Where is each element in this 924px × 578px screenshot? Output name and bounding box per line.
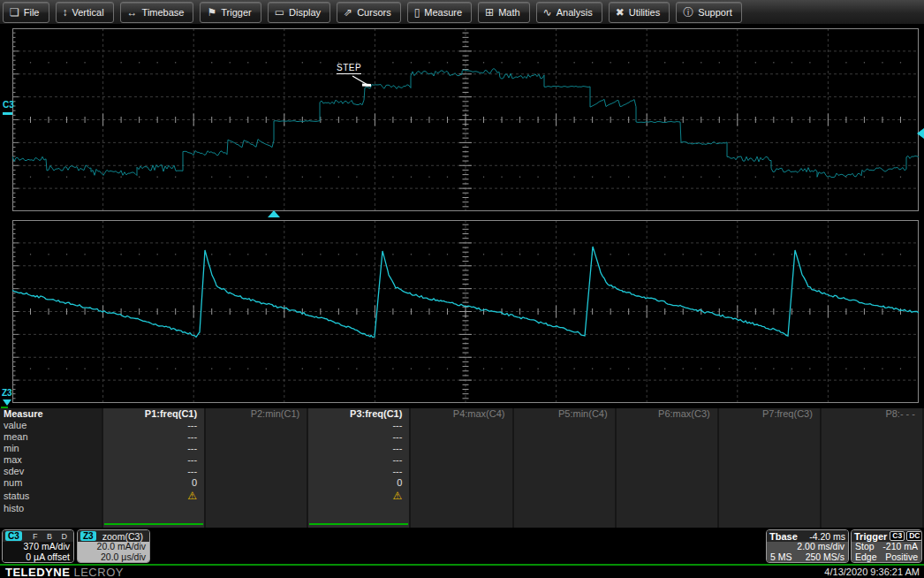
menu-button-label: Analysis (557, 7, 593, 18)
measure-column-p3[interactable]: P3:freq(C1)---------------0⚠ (308, 408, 409, 528)
timebase-title: Tbase (769, 531, 798, 542)
zoom-waveform-canvas (12, 220, 919, 403)
measure-cell-mean (514, 431, 615, 443)
measure-cell-value (719, 420, 820, 431)
trigger-descriptor[interactable]: Trigger C3 DC Stop-210 mA EdgePositive (851, 529, 922, 563)
z3-descriptor-body: 20.0 mA/div 20.0 µs/div (78, 542, 149, 562)
z3-vertical-scale: 20.0 mA/div (81, 542, 146, 552)
channel-c3-descriptor[interactable]: C3 F B D 370 mA/div 0 µA offset (2, 529, 74, 563)
zoom-position-marker-icon[interactable] (268, 210, 280, 217)
timebase-samples: 5 MS (770, 552, 792, 563)
separator-line (0, 564, 924, 566)
menu-support-button[interactable]: ⓘSupport (676, 2, 742, 23)
menu-cursors-button[interactable]: ⇗Cursors (337, 2, 401, 23)
measure-cell-min (617, 443, 717, 454)
measure-column-p5[interactable]: P5:min(C4) (514, 408, 615, 528)
measure-cell-histo (308, 503, 409, 523)
z3-badge: Z3 (80, 531, 96, 541)
measure-row-label-mean: mean (0, 431, 102, 443)
measure-cell-sdev: --- (308, 466, 409, 477)
support-info-icon: ⓘ (683, 7, 693, 18)
menu-button-label: Math (498, 7, 519, 18)
measure-column-header: P2:min(C1) (206, 408, 307, 420)
menu-measure-button[interactable]: ▯Measure (407, 2, 472, 23)
measure-column-p2[interactable]: P2:min(C1) (206, 408, 307, 528)
measure-cell-mean (822, 431, 922, 443)
channel-c3-zero-marker[interactable] (3, 112, 12, 115)
measure-cell-histo (719, 503, 820, 528)
menu-display-button[interactable]: ▭Display (268, 2, 330, 23)
measure-cell-num (719, 477, 820, 489)
brand-logo: TELEDYNE LECROY (5, 566, 124, 578)
measure-active-underline (309, 523, 408, 525)
measure-cell-max (514, 454, 615, 466)
menu-button-label: Measure (424, 7, 462, 18)
trigger-mode: Stop (855, 542, 875, 552)
timebase-offset: -4.20 ms (809, 531, 845, 542)
brand-lecroy: LECROY (73, 566, 123, 578)
measure-column-p6[interactable]: P6:max(C3) (617, 408, 717, 528)
menu-trigger-button[interactable]: ⚑Trigger (200, 2, 261, 23)
menu-button-label: Vertical (72, 7, 104, 18)
measure-cell-mean (719, 431, 820, 443)
measure-column-header: P3:freq(C1) (308, 408, 409, 420)
menu-math-button[interactable]: ⊞Math (478, 2, 530, 23)
main-waveform-grid[interactable] (12, 28, 919, 211)
measure-cell-mean: --- (103, 431, 204, 443)
warning-icon: ⚠ (393, 490, 403, 502)
channel-c3-label[interactable]: C3 (3, 100, 14, 110)
menu-utilities-button[interactable]: ✖Utilities (609, 2, 670, 23)
measure-column-p4[interactable]: P4:max(C4) (411, 408, 511, 528)
measure-cell-num (206, 477, 307, 489)
zoom-z3-zero-marker (3, 399, 11, 406)
c3-flags: F B D (33, 532, 71, 541)
measure-cell-max: --- (103, 454, 204, 466)
measure-column-p8[interactable]: P8:- - - (822, 408, 922, 528)
measure-table: Measurevaluemeanminmaxsdevnumstatushisto… (0, 408, 924, 528)
c3-badge: C3 (5, 531, 22, 541)
analysis-chart-icon: ∿ (543, 7, 552, 18)
zoom-waveform-grid[interactable] (12, 220, 919, 403)
measure-cell-status (719, 489, 820, 503)
zoom-z3-label[interactable]: Z3 (2, 388, 12, 398)
menu-button-label: Support (698, 7, 732, 18)
measure-cell-histo (514, 503, 615, 528)
menu-analysis-button[interactable]: ∿Analysis (536, 2, 602, 23)
measure-column-p1[interactable]: P1:freq(C1)---------------0⚠ (103, 408, 204, 528)
step-annotation: STEP (337, 63, 361, 74)
measure-cell-num (822, 477, 922, 489)
measure-column-header: P5:min(C4) (514, 408, 615, 420)
measure-cell-sdev (206, 466, 307, 477)
menu-file-button[interactable]: ❏File (3, 2, 49, 23)
measure-active-underline (104, 523, 203, 525)
measure-cell-status (206, 489, 307, 503)
measure-row-label-max: max (0, 454, 102, 466)
measure-cell-status (411, 489, 511, 503)
measure-cell-value (617, 420, 717, 431)
measure-column-header: P4:max(C4) (411, 408, 511, 420)
measure-cell-status: ⚠ (103, 489, 204, 503)
trigger-level-marker-icon[interactable] (917, 128, 924, 139)
measure-column-p7[interactable]: P7:freq(C3) (719, 408, 820, 528)
measure-cell-histo (103, 503, 204, 523)
zoom-z3-descriptor[interactable]: Z3 zoom(C3) 20.0 mA/div 20.0 µs/div (77, 529, 150, 563)
trigger-type: Edge (855, 552, 877, 563)
measure-cell-min (822, 443, 922, 454)
measure-cell-num: 0 (103, 477, 204, 489)
measure-title: Measure (0, 408, 102, 420)
timebase-descriptor[interactable]: Tbase -4.20 ms 2.00 ms/div 5 MS250 MS/s (766, 529, 849, 563)
menu-vertical-button[interactable]: ↕Vertical (56, 2, 114, 23)
menu-button-label: Timebase (142, 7, 185, 18)
measure-cell-num: 0 (308, 477, 409, 489)
measure-cell-num (617, 477, 717, 489)
measure-cell-max (411, 454, 511, 466)
c3-descriptor-body: 370 mA/div 0 µA offset (3, 542, 73, 562)
measure-cell-mean: --- (308, 431, 409, 443)
main-waveform-canvas (12, 28, 919, 211)
measure-cell-sdev (411, 466, 511, 477)
measure-cell-value: --- (103, 420, 204, 431)
measure-cell-max (719, 454, 820, 466)
measure-cell-mean (206, 431, 307, 443)
measure-cell-max: --- (308, 454, 409, 466)
menu-timebase-button[interactable]: ↔Timebase (120, 2, 194, 23)
